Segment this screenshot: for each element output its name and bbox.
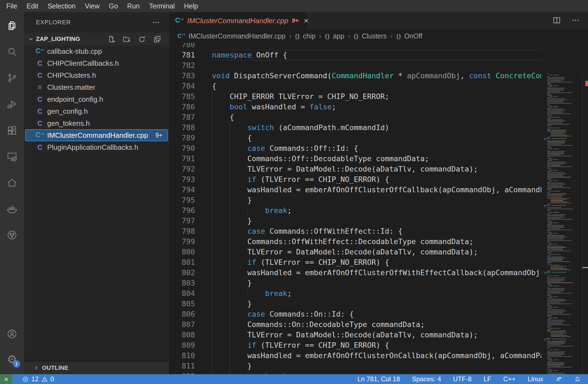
namespace-symbol-icon: {} [396,33,401,40]
menu-item-view[interactable]: View [80,0,104,12]
new-file-button[interactable] [106,34,116,44]
eol-status[interactable]: LF [484,375,491,383]
overview-ruler-scrollbar[interactable] [582,74,588,374]
problems-status[interactable]: 12 0 [22,375,54,383]
code-line-811[interactable]: 811 } [169,361,541,371]
code-line-786[interactable]: 786 bool wasHandled = false; [169,102,541,112]
code-line-784[interactable]: 784{ [169,81,541,91]
activity-item-search[interactable] [0,40,24,64]
file-row-CHIPClusters.h[interactable]: CCHIPClusters.h [25,69,168,81]
code-line-785[interactable]: 785 CHIP_ERROR TLVError = CHIP_NO_ERROR; [169,91,541,102]
menu-item-edit[interactable]: Edit [22,0,43,12]
code-line-793[interactable]: 793 if (TLVError == CHIP_NO_ERROR) { [169,174,541,185]
menu-item-run[interactable]: Run [122,0,144,12]
language-mode-status[interactable]: C++ [503,375,515,383]
file-row-IMClusterCommandHandler.cpp[interactable]: C++IMClusterCommandHandler.cpp9+ [25,129,168,141]
activity-item-remote-explorer[interactable] [0,145,24,169]
minimap[interactable] [541,74,582,374]
encoding-status[interactable]: UTF-8 [453,375,472,383]
namespace-symbol-icon: {} [325,33,330,40]
code-line-799[interactable]: 799 Commands::OffWithEffect::DecodableTy… [169,236,541,247]
refresh-explorer-button[interactable] [137,34,147,44]
code-line-807[interactable]: 807 Commands::On::DecodableType commandD… [169,319,541,330]
code-line-781[interactable]: 781namespace OnOff { [169,50,541,60]
breadcrumb-item-Clusters[interactable]: Clusters [362,32,387,40]
tab-imclustercommandhandler[interactable]: C++ IMClusterCommandHandler.cpp 9+ × [169,12,307,29]
os-status[interactable]: Linux [528,375,543,383]
code-line-800[interactable]: 800 TLVError = DataModel::Decode(aDataTl… [169,247,541,257]
code-line-787[interactable]: 787 { [169,112,541,122]
file-row-gen_config.h[interactable]: Cgen_config.h [25,105,168,117]
code-line-802[interactable]: 802 wasHandled = emberAfOnOffClusterOffW… [169,268,541,278]
warning-icon [41,376,48,383]
code-line-809[interactable]: 809 if (TLVError == CHIP_NO_ERROR) { [169,340,541,350]
cursor-position-status[interactable]: Ln 781, Col 18 [357,375,400,383]
activity-item-project-manager[interactable] [0,223,24,247]
close-tab-icon[interactable]: × [304,17,309,25]
code-line-806[interactable]: 806 case Commands::On::Id: { [169,309,541,319]
code-line-790[interactable]: 790 case Commands::Off::Id: { [169,143,541,154]
code-line-797[interactable]: 797 } [169,216,541,226]
menu-item-selection[interactable]: Selection [43,0,80,12]
split-editor-button[interactable] [553,16,561,26]
activity-item-settings[interactable]: ⚙1 [0,347,24,371]
activity-item-extensions[interactable] [0,118,24,142]
code-line-810[interactable]: 810 wasHandled = emberAfOnOffClusterOnCa… [169,350,541,361]
breadcrumb-file[interactable]: IMClusterCommandHandler.cpp [188,32,286,40]
activity-item-home[interactable] [0,171,24,195]
file-row-CHIPClientCallbacks.h[interactable]: CCHIPClientCallbacks.h [25,57,168,69]
menu-item-file[interactable]: File [2,0,22,12]
folder-section-header[interactable]: ZAP_LIGHTING [24,33,169,45]
code-line-791[interactable]: 791 Commands::Off::DecodableType command… [169,154,541,164]
code-line-796[interactable]: 796 break; [169,205,541,216]
file-row-PluginApplicationCallbacks.h[interactable]: CPluginApplicationCallbacks.h [25,141,168,153]
feedback-button[interactable] [555,376,562,383]
code-line-808[interactable]: 808 TLVError = DataModel::Decode(aDataTl… [169,330,541,340]
code-line-794[interactable]: 794 wasHandled = emberAfOnOffClusterOffC… [169,185,541,195]
activity-item-run-debug[interactable] [0,92,24,116]
code-line-803[interactable]: 803 } [169,278,541,288]
menu-item-go[interactable]: Go [104,0,122,12]
code-line-798[interactable]: 798 case Commands::OffWithEffect::Id: { [169,226,541,236]
file-row-Clusters.matter[interactable]: ≡Clusters.matter [25,81,168,93]
activity-item-docker[interactable] [0,197,24,221]
code-line-792[interactable]: 792 TLVError = DataModel::Decode(aDataTl… [169,164,541,174]
outline-section-header[interactable]: OUTLINE [24,362,169,374]
menu-item-help[interactable]: Help [179,0,203,12]
code-editor[interactable]: 780781namespace OnOff {782783void Dispat… [169,43,588,374]
activity-item-explorer[interactable] [0,14,24,38]
file-row-endpoint_config.h[interactable]: Cendpoint_config.h [25,93,168,105]
breadcrumb-item-chip[interactable]: chip [303,32,316,40]
code-line-812[interactable]: 812 break; [169,371,541,374]
code-line-805[interactable]: 805 } [169,299,541,309]
file-row-callback-stub.cpp[interactable]: C++callback-stub.cpp [25,45,168,57]
editor-more-actions-button[interactable] [571,16,580,26]
warning-count: 0 [50,375,54,383]
feedback-person-icon [555,376,562,383]
activity-item-accounts[interactable] [0,322,24,346]
line-number: 796 [169,205,212,216]
activity-item-source-control[interactable] [0,66,24,90]
remote-indicator[interactable] [0,374,12,384]
code-line-780[interactable]: 780 [169,43,541,50]
code-line-783[interactable]: 783void DispatchServerCommand(CommandHan… [169,71,541,81]
menu-bar: FileEditSelectionViewGoRunTerminalHelp [0,0,588,12]
code-line-795[interactable]: 795 } [169,195,541,205]
new-folder-button[interactable] [122,34,131,44]
code-line-801[interactable]: 801 if (TLVError == CHIP_NO_ERROR) { [169,257,541,268]
indentation-status[interactable]: Spaces: 4 [412,375,441,383]
menu-item-terminal[interactable]: Terminal [144,0,179,12]
file-list: C++callback-stub.cppCCHIPClientCallbacks… [24,45,169,153]
breadcrumb-item-OnOff[interactable]: OnOff [404,32,422,40]
explorer-more-actions-button[interactable] [151,17,161,27]
code-line-782[interactable]: 782 [169,60,541,71]
code-line-804[interactable]: 804 break; [169,288,541,299]
file-row-gen_tokens.h[interactable]: Cgen_tokens.h [25,117,168,129]
breadcrumb-item-app[interactable]: app [333,32,344,40]
notifications-button[interactable] [574,376,581,383]
line-number: 782 [169,60,212,71]
code-line-788[interactable]: 788 switch (aCommandPath.mCommandId) [169,122,541,133]
code-line-789[interactable]: 789 { [169,133,541,143]
collapse-folders-button[interactable] [152,34,162,44]
line-number: 799 [169,236,212,247]
